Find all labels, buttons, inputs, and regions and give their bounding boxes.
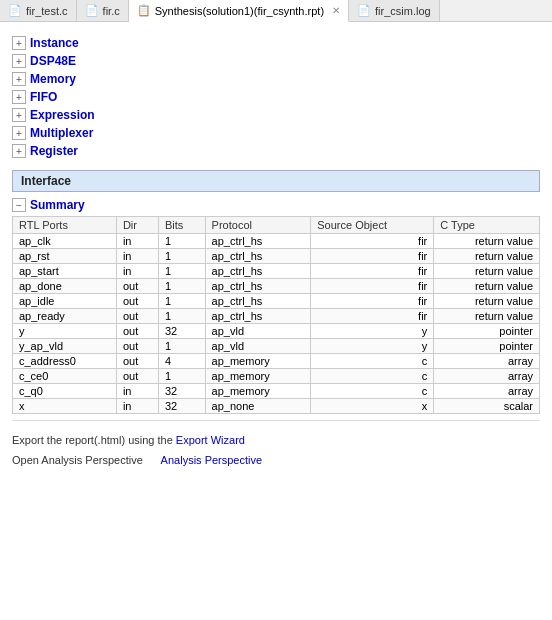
table-cell: ap_ctrl_hs — [205, 264, 311, 279]
table-row: ap_startin1ap_ctrl_hsfirreturn value — [13, 264, 540, 279]
table-row: c_q0in32ap_memorycarray — [13, 384, 540, 399]
tab-label: fir.c — [103, 5, 120, 17]
tab-close-icon[interactable]: ✕ — [332, 5, 340, 16]
col-header-protocol: Protocol — [205, 217, 311, 234]
table-cell: return value — [434, 234, 540, 249]
col-header-c-type: C Type — [434, 217, 540, 234]
table-cell: return value — [434, 294, 540, 309]
tab-fir-c[interactable]: 📄 fir.c — [77, 0, 129, 21]
tree-item-label: Expression — [30, 108, 95, 122]
table-cell: fir — [311, 309, 434, 324]
tab-label: Synthesis(solution1)(fir_csynth.rpt) — [155, 5, 324, 17]
table-cell: return value — [434, 264, 540, 279]
table-cell: 1 — [158, 294, 205, 309]
table-row: xin32ap_nonexscalar — [13, 399, 540, 414]
table-cell: c — [311, 384, 434, 399]
table-cell: ap_ctrl_hs — [205, 294, 311, 309]
export-text: Export the report(.html) using the — [12, 434, 176, 446]
table-cell: out — [116, 324, 158, 339]
table-cell: ap_ready — [13, 309, 117, 324]
table-cell: out — [116, 354, 158, 369]
tab-synthesis[interactable]: 📋 Synthesis(solution1)(fir_csynth.rpt) ✕ — [129, 0, 349, 22]
tab-bar: 📄 fir_test.c 📄 fir.c 📋 Synthesis(solutio… — [0, 0, 552, 22]
table-cell: out — [116, 339, 158, 354]
table-cell: array — [434, 369, 540, 384]
table-cell: out — [116, 279, 158, 294]
col-header-rtl-ports: RTL Ports — [13, 217, 117, 234]
table-cell: in — [116, 384, 158, 399]
table-cell: ap_memory — [205, 384, 311, 399]
table-cell: ap_done — [13, 279, 117, 294]
tree-item-label: Instance — [30, 36, 79, 50]
tab-fir-test[interactable]: 📄 fir_test.c — [0, 0, 77, 21]
export-wizard-link[interactable]: Export Wizard — [176, 434, 245, 446]
table-cell: array — [434, 384, 540, 399]
tree-item-register[interactable]: + Register — [12, 142, 540, 160]
table-cell: fir — [311, 264, 434, 279]
table-cell: 32 — [158, 399, 205, 414]
table-cell: 1 — [158, 369, 205, 384]
table-cell: fir — [311, 234, 434, 249]
table-row: c_ce0out1ap_memorycarray — [13, 369, 540, 384]
tab-icon: 📄 — [357, 4, 371, 17]
table-cell: ap_clk — [13, 234, 117, 249]
expander-icon: + — [12, 144, 26, 158]
table-row: ap_idleout1ap_ctrl_hsfirreturn value — [13, 294, 540, 309]
tree-item-fifo[interactable]: + FIFO — [12, 88, 540, 106]
table-cell: ap_ctrl_hs — [205, 234, 311, 249]
table-cell: x — [311, 399, 434, 414]
tree-item-label: Multiplexer — [30, 126, 93, 140]
rtl-ports-table: RTL Ports Dir Bits Protocol Source Objec… — [12, 216, 540, 414]
table-cell: c_ce0 — [13, 369, 117, 384]
table-cell: array — [434, 354, 540, 369]
table-cell: pointer — [434, 324, 540, 339]
table-cell: 32 — [158, 384, 205, 399]
tree-item-multiplexer[interactable]: + Multiplexer — [12, 124, 540, 142]
col-header-source-object: Source Object — [311, 217, 434, 234]
table-cell: y_ap_vld — [13, 339, 117, 354]
expander-icon: + — [12, 54, 26, 68]
col-header-dir: Dir — [116, 217, 158, 234]
table-cell: ap_memory — [205, 354, 311, 369]
table-cell: ap_ctrl_hs — [205, 249, 311, 264]
tab-fir-csim[interactable]: 📄 fir_csim.log — [349, 0, 440, 21]
tree-item-label: FIFO — [30, 90, 57, 104]
analysis-perspective-link[interactable]: Analysis Perspective — [161, 454, 263, 466]
tab-icon: 📄 — [85, 4, 99, 17]
expander-icon: + — [12, 36, 26, 50]
tree-item-dsp48e[interactable]: + DSP48E — [12, 52, 540, 70]
col-header-bits: Bits — [158, 217, 205, 234]
summary-section: − Summary RTL Ports Dir Bits Protocol So… — [12, 198, 540, 414]
table-cell: y — [311, 339, 434, 354]
table-row: ap_readyout1ap_ctrl_hsfirreturn value — [13, 309, 540, 324]
table-cell: in — [116, 234, 158, 249]
table-cell: c — [311, 354, 434, 369]
tree-item-memory[interactable]: + Memory — [12, 70, 540, 88]
table-cell: in — [116, 249, 158, 264]
tab-icon: 📋 — [137, 4, 151, 17]
table-cell: out — [116, 294, 158, 309]
tree-item-expression[interactable]: + Expression — [12, 106, 540, 124]
expander-icon: + — [12, 126, 26, 140]
table-row: ap_clkin1ap_ctrl_hsfirreturn value — [13, 234, 540, 249]
table-cell: scalar — [434, 399, 540, 414]
table-row: ap_doneout1ap_ctrl_hsfirreturn value — [13, 279, 540, 294]
divider — [12, 420, 540, 421]
summary-expander-icon[interactable]: − — [12, 198, 26, 212]
tree-item-instance[interactable]: + Instance — [12, 34, 540, 52]
tree-item-label: DSP48E — [30, 54, 76, 68]
expander-icon: + — [12, 90, 26, 104]
tree-item-label: Memory — [30, 72, 76, 86]
interface-title: Interface — [21, 174, 71, 188]
table-cell: 1 — [158, 309, 205, 324]
table-cell: fir — [311, 294, 434, 309]
table-cell: in — [116, 399, 158, 414]
table-cell: c — [311, 369, 434, 384]
table-row: ap_rstin1ap_ctrl_hsfirreturn value — [13, 249, 540, 264]
table-cell: in — [116, 264, 158, 279]
table-row: y_ap_vldout1ap_vldypointer — [13, 339, 540, 354]
table-cell: 1 — [158, 339, 205, 354]
export-line: Export the report(.html) using the Expor… — [12, 431, 540, 451]
tab-label: fir_test.c — [26, 5, 68, 17]
table-cell: c_address0 — [13, 354, 117, 369]
